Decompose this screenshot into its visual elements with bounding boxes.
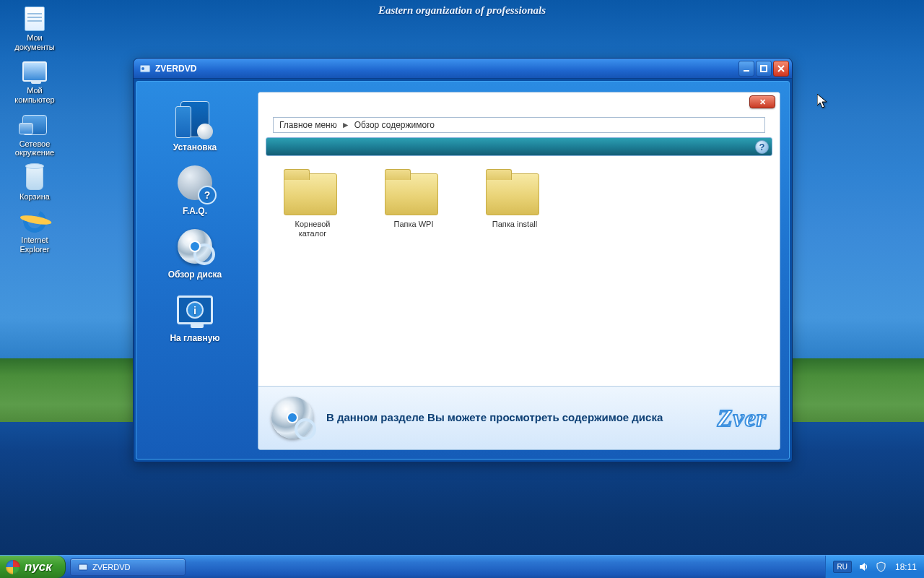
system-tray: RU 18:11 xyxy=(825,556,924,578)
sidebar-item-home[interactable]: i На главную xyxy=(168,287,221,346)
faq-reel-icon xyxy=(172,163,218,203)
help-button[interactable]: ? xyxy=(755,140,769,154)
folder-icon xyxy=(385,169,443,215)
breadcrumb-separator-icon: ► xyxy=(341,120,350,130)
window-body: Установка F.A.Q. Обзор диска i На главну… xyxy=(136,81,790,460)
install-box-icon xyxy=(172,99,218,139)
sidebar-item-install[interactable]: Установка xyxy=(170,96,219,155)
sidebar-item-label: Установка xyxy=(173,142,217,152)
close-button[interactable] xyxy=(773,61,789,77)
internet-explorer-icon xyxy=(22,208,48,234)
recycle-bin-icon xyxy=(22,165,48,191)
desktop-icon-recycle-bin[interactable]: Корзина xyxy=(6,165,64,202)
breadcrumb-root: Главное меню xyxy=(279,120,337,130)
info-text: В данном разделе Вы можете просмотреть с… xyxy=(326,410,706,425)
desktop-icon-label: Internet Explorer xyxy=(20,236,50,254)
task-app-icon xyxy=(78,562,88,572)
sidebar-item-label: F.A.Q. xyxy=(183,206,207,216)
task-label: ZVERDVD xyxy=(92,563,131,571)
inner-close-button[interactable]: ✕ xyxy=(749,95,775,108)
window-app-icon xyxy=(139,63,151,74)
folder-label: Папка WPI xyxy=(394,220,434,229)
svg-point-1 xyxy=(141,67,144,70)
desktop-icon-label: Сетевое окружение xyxy=(15,139,54,158)
desktop-icon-label: Мой компьютер xyxy=(14,86,54,104)
windows-logo-icon xyxy=(6,560,20,574)
brand-logo: Zver xyxy=(718,405,767,432)
window-title: ZVERDVD xyxy=(155,64,738,74)
sidebar-item-label: Обзор диска xyxy=(168,269,222,280)
start-label: пуск xyxy=(25,560,52,574)
taskbar-task-zverdvd[interactable]: ZVERDVD xyxy=(70,558,186,576)
shield-icon[interactable] xyxy=(875,561,886,573)
folder-label: Папка install xyxy=(492,220,537,229)
sidebar-item-faq[interactable]: F.A.Q. xyxy=(170,160,219,219)
desktop-icon-ie[interactable]: Internet Explorer xyxy=(6,208,64,254)
info-bar: В данном разделе Вы можете просмотреть с… xyxy=(258,386,780,449)
folder-icon xyxy=(486,169,544,215)
desktop-icon-my-documents[interactable]: Мои документы xyxy=(6,6,64,51)
folder-label: Корневой каталог xyxy=(295,220,331,238)
breadcrumb-leaf: Обзор содержимого xyxy=(354,120,435,130)
svg-rect-4 xyxy=(79,564,87,570)
disc-magnifier-icon xyxy=(172,226,218,267)
mouse-cursor-icon xyxy=(817,94,829,110)
documents-icon xyxy=(22,6,48,32)
titlebar[interactable]: ZVERDVD xyxy=(134,59,792,79)
language-indicator[interactable]: RU xyxy=(833,561,852,573)
maximize-button[interactable] xyxy=(756,61,772,77)
volume-icon[interactable] xyxy=(858,561,869,573)
breadcrumb[interactable]: Главное меню ► Обзор содержимого xyxy=(273,117,765,133)
content-pane: ✕ Главное меню ► Обзор содержимого ? Кор… xyxy=(258,92,780,450)
sidebar: Установка F.A.Q. Обзор диска i На главну… xyxy=(141,92,249,450)
folder-wpi[interactable]: Папка WPI xyxy=(374,169,453,229)
desktop-icon-my-computer[interactable]: Мой компьютер xyxy=(6,59,64,104)
taskbar-tasks: ZVERDVD xyxy=(66,556,825,578)
desktop-icon-label: Мои документы xyxy=(14,33,55,51)
folder-root-catalog[interactable]: Корневой каталог xyxy=(273,169,352,238)
wallpaper-slogan: Eastern organization of professionals xyxy=(378,4,546,17)
desktop-icon-network[interactable]: Сетевое окружение xyxy=(6,112,64,158)
computer-icon xyxy=(22,59,48,85)
desktop-icons: Мои документы Мой компьютер Сетевое окру… xyxy=(6,6,64,262)
minimize-button[interactable] xyxy=(738,61,754,77)
desktop-icon-label: Корзина xyxy=(19,192,50,202)
section-divider: ? xyxy=(266,137,772,156)
sidebar-item-disc-review[interactable]: Обзор диска xyxy=(167,223,224,282)
start-button[interactable]: пуск xyxy=(0,556,66,578)
folder-grid: Корневой каталог Папка WPI Папка install xyxy=(258,156,780,386)
tray-clock[interactable]: 18:11 xyxy=(892,562,917,572)
svg-rect-3 xyxy=(761,66,767,72)
folder-icon xyxy=(284,169,341,215)
app-window: ZVERDVD Установка F.A.Q. Обзор ди xyxy=(133,58,793,462)
folder-install[interactable]: Папка install xyxy=(475,169,554,229)
sidebar-item-label: На главную xyxy=(170,333,219,343)
taskbar: пуск ZVERDVD RU 18:11 xyxy=(0,555,924,578)
network-icon xyxy=(22,112,48,138)
monitor-info-icon: i xyxy=(172,290,218,330)
disc-search-icon xyxy=(271,397,315,440)
svg-rect-2 xyxy=(744,70,749,72)
